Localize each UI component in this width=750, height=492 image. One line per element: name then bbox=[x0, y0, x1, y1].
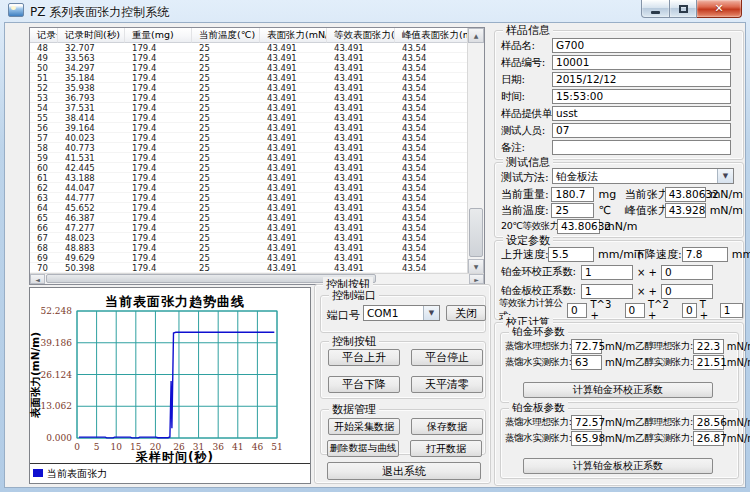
table-row[interactable]: 4933.563179.42543.49143.49143.54 bbox=[30, 53, 468, 63]
platform-down-button[interactable]: 平台下降 bbox=[328, 376, 400, 393]
table-row[interactable]: 6647.277179.42543.49143.49143.54 bbox=[30, 223, 468, 233]
table-row[interactable]: 5034.297179.42543.49143.49143.54 bbox=[30, 63, 468, 73]
table-row[interactable]: 6344.777179.42543.49143.49143.54 bbox=[30, 193, 468, 203]
value-input[interactable]: 63 bbox=[571, 355, 602, 370]
value-input[interactable]: 5.5 bbox=[548, 247, 594, 262]
field-input[interactable]: 15:53:00 bbox=[552, 89, 731, 104]
balance-zero-button[interactable]: 天平清零 bbox=[411, 376, 483, 393]
table-cell: 43.54 bbox=[395, 133, 468, 143]
table-row[interactable]: 6042.445179.42543.49143.49143.54 bbox=[30, 163, 468, 173]
table-row[interactable]: 6244.047179.42543.49143.49143.54 bbox=[30, 183, 468, 193]
ring-coef-input-1[interactable]: 1 bbox=[581, 265, 633, 280]
table-row[interactable]: 6143.188179.42543.49143.49143.54 bbox=[30, 173, 468, 183]
plate-coef-input-1[interactable]: 1 bbox=[581, 284, 633, 299]
close-button[interactable]: ✕ bbox=[697, 0, 742, 18]
scroll-left-icon[interactable]: ◄ bbox=[30, 274, 45, 284]
table-row[interactable]: 6949.629179.42543.49143.49143.54 bbox=[30, 253, 468, 263]
close-port-button[interactable]: 关闭 bbox=[446, 305, 486, 321]
table-cell: 43.491 bbox=[327, 103, 395, 113]
table-cell: 25 bbox=[192, 253, 260, 263]
table-row[interactable]: 5235.938179.42543.49143.49143.54 bbox=[30, 83, 468, 93]
table-cell: 43.491 bbox=[260, 103, 327, 113]
scroll-right-icon[interactable]: ► bbox=[469, 274, 484, 284]
table-row[interactable]: 5538.414179.42543.49143.49143.54 bbox=[30, 113, 468, 123]
platform-stop-button[interactable]: 平台停止 bbox=[411, 349, 483, 366]
formula-c-input[interactable]: 0 bbox=[682, 303, 697, 318]
value-input[interactable]: 21.51 bbox=[693, 355, 724, 370]
value-input[interactable]: 180.7 bbox=[551, 187, 594, 202]
save-data-button[interactable]: 保存数据 bbox=[411, 418, 483, 435]
maximize-button[interactable] bbox=[670, 0, 697, 18]
scroll-down-icon[interactable]: ▼ bbox=[468, 259, 484, 274]
set-params-group: 设定参数 上升速度:5.5mm/min下降速度:7.8mm/min 铂金环校正系… bbox=[494, 240, 744, 320]
field-input[interactable]: usst bbox=[552, 106, 731, 121]
table-cell: 179.4 bbox=[125, 243, 192, 253]
title-bar[interactable]: PZ 系列表面张力控制系统 ✕ bbox=[0, 0, 750, 22]
horizontal-scrollbar[interactable]: ◄ ► bbox=[30, 273, 484, 284]
table-row[interactable]: 5941.531179.42543.49143.49143.54 bbox=[30, 153, 468, 163]
table-row[interactable]: 6546.387179.42543.49143.49143.54 bbox=[30, 213, 468, 223]
value-input[interactable]: 22.3 bbox=[693, 339, 724, 354]
field-input[interactable]: 07 bbox=[552, 123, 731, 138]
exit-system-button[interactable]: 退出系统 bbox=[327, 462, 481, 480]
value-row: 蒸馏水实测张力:65.98mN/m乙醇实测张力:26.87mN/m bbox=[501, 430, 738, 446]
value-input[interactable]: 7.8 bbox=[682, 247, 728, 262]
column-header-4[interactable]: 表面张力(mN/m) bbox=[260, 28, 327, 43]
table-cell: 179.4 bbox=[125, 233, 192, 243]
table-row[interactable]: 6445.652179.42543.49143.49143.54 bbox=[30, 203, 468, 213]
calc-ring-coef-button[interactable]: 计算铂金环校正系数 bbox=[523, 382, 713, 398]
field-input[interactable] bbox=[552, 140, 731, 155]
table-row[interactable]: 6748.023179.42543.49143.49143.54 bbox=[30, 233, 468, 243]
minimize-button[interactable] bbox=[641, 0, 670, 18]
column-header-0[interactable]: 记录号 bbox=[30, 28, 58, 43]
column-header-6[interactable]: 峰值表面张力(m bbox=[395, 28, 468, 43]
value-input[interactable]: 28.56 bbox=[693, 415, 724, 430]
test-info-group: 测试信息 测试方法: 铂金板法 ▼ 当前重量:180.7mg当前张力:43.80… bbox=[494, 162, 744, 238]
table-cell: 43.491 bbox=[260, 183, 327, 193]
start-collect-button[interactable]: 开始采集数据 bbox=[328, 418, 400, 435]
table-row[interactable]: 5840.773179.42543.49143.49143.54 bbox=[30, 143, 468, 153]
value-input[interactable]: 43.80632 bbox=[557, 219, 600, 234]
value-input[interactable]: 26.87 bbox=[693, 431, 724, 446]
table-row[interactable]: 6848.883179.42543.49143.49143.54 bbox=[30, 243, 468, 253]
column-header-2[interactable]: 重量(mg) bbox=[125, 28, 192, 43]
test-method-select[interactable]: 铂金板法 ▼ bbox=[552, 168, 734, 184]
table-row[interactable]: 5135.184179.42543.49143.49143.54 bbox=[30, 73, 468, 83]
chevron-down-icon[interactable]: ▼ bbox=[717, 169, 733, 183]
chevron-down-icon[interactable]: ▼ bbox=[423, 306, 439, 320]
field-input[interactable]: G700 bbox=[552, 38, 731, 53]
open-data-button[interactable]: 打开数据 bbox=[410, 440, 482, 457]
delete-data-button[interactable]: 删除数据与曲线 bbox=[327, 440, 399, 457]
column-header-1[interactable]: 记录时间(秒) bbox=[58, 28, 125, 43]
vertical-scrollbar[interactable]: ▲ ▼ bbox=[467, 28, 484, 274]
formula-d-input[interactable]: 1 bbox=[720, 303, 743, 318]
port-select[interactable]: COM1 ▼ bbox=[363, 305, 440, 321]
value-input[interactable]: 72.75 bbox=[571, 339, 602, 354]
table-row[interactable]: 4832.707179.42543.49143.49143.54 bbox=[30, 43, 468, 53]
table-row[interactable]: 5740.023179.42543.49143.49143.54 bbox=[30, 133, 468, 143]
formula-a-input[interactable]: 0 bbox=[567, 303, 587, 318]
table-row[interactable]: 7050.398179.42543.49143.49143.54 bbox=[30, 263, 468, 273]
table-row[interactable]: 5336.793179.42543.49143.49143.54 bbox=[30, 93, 468, 103]
table-cell: 56 bbox=[30, 123, 58, 133]
value-input[interactable]: 25 bbox=[551, 203, 594, 218]
table-cell: 25 bbox=[192, 223, 260, 233]
value-input[interactable]: 43.928 bbox=[665, 203, 706, 218]
calc-plate-coef-button[interactable]: 计算铂金板校正系数 bbox=[523, 458, 713, 474]
value-input[interactable]: 72.57 bbox=[571, 415, 602, 430]
table-row[interactable]: 5639.164179.42543.49143.49143.54 bbox=[30, 123, 468, 133]
table-body[interactable]: 4832.707179.42543.49143.49143.544933.563… bbox=[30, 43, 468, 273]
value-input[interactable]: 43.80632 bbox=[665, 187, 706, 202]
ring-coef-input-2[interactable]: 0 bbox=[661, 265, 713, 280]
plate-coef-input-2[interactable]: 0 bbox=[661, 284, 713, 299]
table-row[interactable]: 5437.531179.42543.49143.49143.54 bbox=[30, 103, 468, 113]
value-input[interactable]: 65.98 bbox=[571, 431, 602, 446]
field-input[interactable]: 10001 bbox=[552, 55, 731, 70]
scroll-up-icon[interactable]: ▲ bbox=[468, 28, 484, 43]
formula-b-input[interactable]: 0 bbox=[625, 303, 645, 318]
column-header-5[interactable]: 等效表面张力(mN/.. bbox=[327, 28, 395, 43]
field-input[interactable]: 2015/12/12 bbox=[552, 72, 731, 87]
vscroll-thumb[interactable] bbox=[469, 208, 483, 257]
platform-up-button[interactable]: 平台上升 bbox=[328, 349, 400, 366]
column-header-3[interactable]: 当前温度(℃) bbox=[192, 28, 260, 43]
